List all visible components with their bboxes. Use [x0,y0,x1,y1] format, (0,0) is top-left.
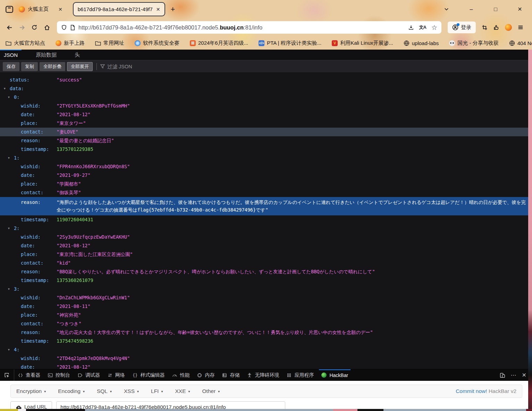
devtools-tab-application[interactable]: 应用程序 [283,369,318,381]
bookmark-item[interactable]: 新手上路 [56,40,85,46]
hackbar-menu-xss[interactable]: XSS▾ [124,388,139,394]
json-row[interactable]: ▼1: [0,154,531,162]
json-row[interactable]: timestamp:1375360261079 [0,276,531,285]
json-row[interactable]: ▼data: [0,84,531,93]
json-row[interactable]: contact:"妻LOVE" [0,128,531,136]
hackbar-menu-lfi[interactable]: LFI▾ [151,388,163,394]
devtools-tab-accessibility[interactable]: 无障碍环境 [243,369,283,381]
json-row[interactable]: wishid:"2TYGtY5LEXsXKnBPuTfGsmMH" [0,102,531,110]
bookmark-item[interactable]: </>PTA | 程序设计类实验... [259,40,321,46]
hackbar-menu-other[interactable]: Other▾ [202,388,220,394]
json-toolbar-button[interactable]: 复制 [21,62,38,71]
json-row[interactable]: ▼4: [0,345,531,354]
json-row[interactable]: reason:"地元の花火大会！大学生の男です！！はずかしながら、年齢=彼女いな… [0,328,531,337]
json-row[interactable]: contact:"つきつき" [0,319,531,328]
json-row[interactable]: ▼0: [0,93,531,102]
devtools-tab-memory[interactable]: 内存 [193,369,218,381]
tab-current[interactable]: b617dd79-8a1a-462e-b721-49f7 ✕ [73,2,165,16]
firefox-extension-icon[interactable] [505,24,512,31]
home-button[interactable] [41,22,53,33]
bookmark-item[interactable]: 软件系统安全赛 [135,40,179,46]
json-row[interactable]: place:"学園都市" [0,180,531,188]
json-row[interactable]: wishid:"DnZaChLWPMkb6GXgCLwRinW1" [0,293,531,302]
json-row[interactable]: date:"2021-08-11" [0,302,531,311]
devtools-close-icon[interactable]: ✕ [522,372,526,378]
translate-icon[interactable]: 文A [419,24,426,31]
login-button[interactable]: 登录 [448,22,476,33]
devtools-tab-console[interactable]: 控制台 [44,369,74,381]
json-row[interactable]: wishid:"2TD4q21pmk7eDQ8kMvq4Vg4N" [0,354,531,363]
bookmark-item[interactable]: 国光 - 分享与收获 [449,40,498,46]
maximize-button[interactable]: □ [492,6,499,12]
json-row[interactable]: contact:"御坂美琴" [0,188,531,197]
devtools-tab-debugger[interactable]: 调试器 [74,369,104,381]
reload-button[interactable] [28,22,40,33]
json-row[interactable]: wishid:"FPR4nnKoJ66RXrxubQDRQn8S" [0,162,531,171]
json-filter-input[interactable] [107,64,529,69]
twisty-icon[interactable]: ▼ [8,154,10,162]
screenshot-icon[interactable] [479,22,490,33]
back-button[interactable] [3,22,15,33]
element-picker-icon[interactable] [0,369,14,381]
hackbar-menu-encoding[interactable]: Encoding▾ [58,388,85,394]
json-toolbar-button[interactable]: 保存 [3,62,19,71]
menu-icon[interactable] [517,24,524,31]
twisty-icon[interactable]: ▼ [8,224,10,233]
bookmark-item[interactable]: 404 Not Found [509,40,532,46]
json-row[interactable]: date:"2021-09-27" [0,171,531,180]
json-row[interactable]: ▼3: [0,285,531,293]
extension-icon[interactable] [493,24,499,31]
hackbar-menu-encryption[interactable]: Encryption▾ [16,388,46,394]
bookmark-item[interactable]: 常用网址 [95,40,124,46]
forward-button[interactable] [16,22,28,33]
devtools-tab-hackbar[interactable]: HackBar [318,369,352,381]
json-row[interactable]: date:"2021-08-12" [0,241,531,250]
close-icon[interactable]: ✕ [156,7,160,12]
bookmark-item[interactable]: V利用Kali Linux开展渗... [332,40,393,46]
url-bar[interactable]: http://b617dd79-8a1a-462e-b721-49f76eb80… [57,21,441,34]
twisty-icon[interactable]: ▼ [8,285,10,293]
new-tab-button[interactable]: + [171,5,175,14]
json-toolbar-button[interactable]: 全部折叠 [40,62,65,71]
minimize-button[interactable]: – [468,6,474,12]
responsive-design-icon[interactable] [500,373,505,378]
json-row[interactable]: ▼2: [0,224,531,233]
json-row[interactable]: timestamp:1190726040431 [0,215,531,224]
bookmark-star-icon[interactable]: ☆ [431,24,437,31]
json-row[interactable]: place:"東京湾に面した江東区立若洲公園" [0,250,531,259]
bookmark-item[interactable]: upload-labs [404,40,439,46]
tab-home[interactable]: 火狐主页 ✕ [19,6,62,12]
commit-now-link[interactable]: Commit now! [456,388,487,394]
json-row[interactable]: timestamp:1375701229385 [0,145,531,154]
json-row[interactable]: reason:"BBQ楽しくやりたい。必ず晴れにできるとかマジリスペクト、噂がホ… [0,267,531,276]
devtools-tab-inspector[interactable]: 查看器 [14,369,44,381]
json-row[interactable]: status:"success" [0,76,531,84]
twisty-icon[interactable]: ▼ [4,84,6,93]
bookmark-item[interactable]: 火狐官方站点 [6,40,45,46]
save-page-icon[interactable] [408,25,414,31]
json-row[interactable]: reason:"最愛の妻との結婚記念日" [0,136,531,145]
page-info-icon[interactable] [70,25,75,31]
list-tabs-icon[interactable] [444,7,450,12]
json-viewer-tab-原始数据[interactable]: 原始数据 [32,50,60,60]
devtools-tab-network[interactable]: 网络 [104,369,129,381]
devtools-tab-storage[interactable]: 存储 [218,369,243,381]
json-viewer-tab-头[interactable]: 头 [71,50,84,60]
json-row[interactable]: wishid:"2Sy3u9UzfqcpzEwDaYwEAKHU" [0,233,531,241]
twisty-icon[interactable]: ▼ [8,93,10,102]
hackbar-menu-xxe[interactable]: XXE▾ [175,388,190,394]
json-row[interactable]: timestamp:1375474598236 [0,337,531,345]
shield-icon[interactable] [61,25,67,31]
json-row[interactable]: contact:"kid" [0,259,531,267]
json-toolbar-button[interactable]: 全部展开 [67,62,93,71]
hackbar-menu-sql[interactable]: SQL▾ [97,388,112,394]
twisty-icon[interactable]: ▼ [8,345,10,354]
json-viewer-tab-JSON[interactable]: JSON [0,50,22,60]
devtools-tab-performance[interactable]: 性能 [168,369,193,381]
close-window-button[interactable]: ✕ [517,6,523,12]
json-row[interactable]: date:"2021-08-12" [0,363,531,369]
firefox-view-icon[interactable] [5,5,14,14]
json-row[interactable]: place:"東京タワー" [0,119,531,128]
json-row[interactable]: reason:"海胆のような顔をしたあいつが大覇星祭で私に負けた、彼を連れて出か… [0,197,531,215]
json-row[interactable]: place:"神宮外苑" [0,311,531,319]
